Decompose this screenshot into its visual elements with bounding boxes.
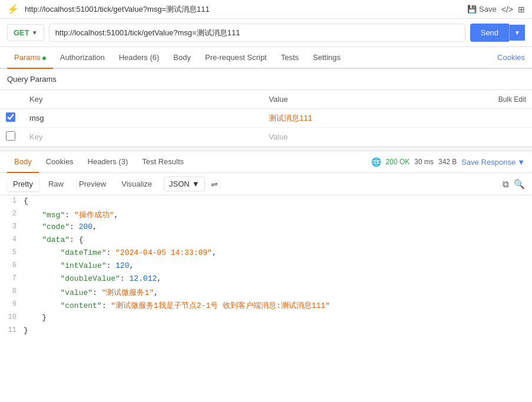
line-content: "content": "测试微服务1我是子节点2-1号 收到客户端消息:测试消息… [21,299,532,312]
format-bar: Pretty Raw Preview Visualize JSON ▼ ⇌ ⧉ … [0,173,532,195]
query-params-title: Query Params [0,69,532,89]
request-tabs: Params Authorization Headers (6) Body Pr… [0,47,532,69]
wrap-icon[interactable]: ⇌ [211,180,218,189]
placeholder-value[interactable]: Value [263,128,419,147]
tab-authorization[interactable]: Authorization [53,47,112,69]
row-checkbox-cell [0,109,24,128]
row-actions [419,109,532,128]
row-value[interactable]: 测试消息111 [263,109,419,128]
method-icon: ⚡ [7,4,19,15]
send-button[interactable]: Send [470,24,509,42]
params-table: Key Value Bulk Edit msg 测试消息111 Key Valu… [0,89,532,147]
row-key[interactable]: msg [24,109,263,128]
code-button[interactable]: </> [501,5,513,14]
line-number: 8 [0,286,21,297]
response-time: 30 ms [414,158,434,166]
line-number: 2 [0,208,21,219]
line-number: 5 [0,247,21,258]
code-line: 9 "content": "测试微服务1我是子节点2-1号 收到客户端消息:测试… [0,299,532,312]
params-dot [42,57,46,60]
response-tab-body[interactable]: Body [7,151,39,173]
json-format-select[interactable]: JSON ▼ [164,177,205,191]
response-tabs: Body Cookies Headers (3) Test Results 🌐 … [0,151,532,173]
line-number: 1 [0,195,21,206]
table-row-placeholder: Key Value [0,128,532,147]
col-bulk-edit: Bulk Edit [419,90,532,109]
code-line: 8 "value": "测试微服务1", [0,286,532,299]
response-tab-headers[interactable]: Headers (3) [81,151,136,173]
save-response-chevron-icon: ▼ [517,158,525,167]
response-status: 200 OK [386,158,410,166]
line-content: "value": "测试微服务1", [21,286,532,299]
line-content: { [21,195,532,207]
search-button[interactable]: 🔍 [514,179,525,190]
placeholder-key[interactable]: Key [24,128,263,147]
line-number: 3 [0,221,21,232]
placeholder-checkbox-cell [0,128,24,147]
code-line: 6 "intValue": 120, [0,260,532,273]
col-checkbox [0,90,24,109]
save-button[interactable]: 💾 Save [467,5,497,14]
code-line: 4 "data": { [0,234,532,247]
sidebar-button[interactable]: ⊞ [518,5,525,14]
url-input[interactable] [49,24,465,42]
tab-tests[interactable]: Tests [274,47,306,69]
line-content: "doubleValue": 12.012, [21,273,532,284]
line-content: } [21,312,532,323]
line-number: 9 [0,299,21,310]
save-icon: 💾 [467,5,477,14]
tab-settings[interactable]: Settings [306,47,348,69]
col-value: Value [263,90,419,109]
method-chevron-icon: ▼ [32,29,38,36]
code-line: 10 } [0,312,532,325]
request-bar: GET ▼ Send ▼ [0,19,532,47]
line-number: 11 [0,325,21,335]
method-label: GET [14,28,29,37]
response-size: 342 B [438,158,457,166]
line-number: 7 [0,273,21,284]
code-line: 2 "msg": "操作成功", [0,208,532,221]
format-tab-pretty[interactable]: Pretty [7,177,39,191]
tab-body[interactable]: Body [166,47,198,69]
format-tab-preview[interactable]: Preview [73,177,112,191]
save-response-button[interactable]: Save Response ▼ [461,158,525,167]
bulk-edit-button[interactable]: Bulk Edit [498,95,526,104]
code-line: 7 "doubleValue": 12.012, [0,273,532,286]
code-line: 5 "dateTime": "2024-04-05 14:33:09", [0,247,532,260]
placeholder-checkbox[interactable] [6,131,15,141]
tab-headers[interactable]: Headers (6) [112,47,167,69]
response-tab-test-results[interactable]: Test Results [135,151,191,173]
line-number: 10 [0,312,21,323]
line-content: } [21,325,532,336]
line-content: "intValue": 120, [21,260,532,271]
table-row: msg 测试消息111 [0,109,532,128]
cookies-button[interactable]: Cookies [497,53,525,62]
row-checkbox[interactable] [6,112,15,122]
globe-icon: 🌐 [371,157,381,167]
line-content: "msg": "操作成功", [21,208,532,221]
top-bar-actions: 💾 Save </> ⊞ [467,5,525,14]
code-line: 3 "code": 200, [0,221,532,234]
line-content: "data": { [21,234,532,245]
tab-params[interactable]: Params [7,47,53,69]
line-content: "dateTime": "2024-04-05 14:33:09", [21,247,532,258]
line-number: 4 [0,234,21,245]
placeholder-actions [419,128,532,147]
line-number: 6 [0,260,21,271]
tab-prerequest[interactable]: Pre-request Script [198,47,274,69]
code-line: 11} [0,325,532,338]
response-tab-cookies[interactable]: Cookies [39,151,81,173]
code-line: 1{ [0,195,532,208]
format-actions: ⧉ 🔍 [503,179,525,190]
line-content: "code": 200, [21,221,532,232]
top-bar-url: http://localhost:51001/tick/getValue?msg… [25,4,461,15]
format-tab-raw[interactable]: Raw [42,177,70,191]
response-body: 1{2 "msg": "操作成功",3 "code": 200,4 "data"… [0,195,532,338]
json-select-chevron-icon: ▼ [192,180,200,188]
method-select[interactable]: GET ▼ [7,24,44,41]
format-tab-visualize[interactable]: Visualize [115,177,158,191]
send-btn-group: Send ▼ [470,24,525,42]
response-meta: 🌐 200 OK 30 ms 342 B Save Response ▼ [371,157,525,167]
copy-button[interactable]: ⧉ [503,179,509,190]
send-chevron-button[interactable]: ▼ [509,25,525,41]
